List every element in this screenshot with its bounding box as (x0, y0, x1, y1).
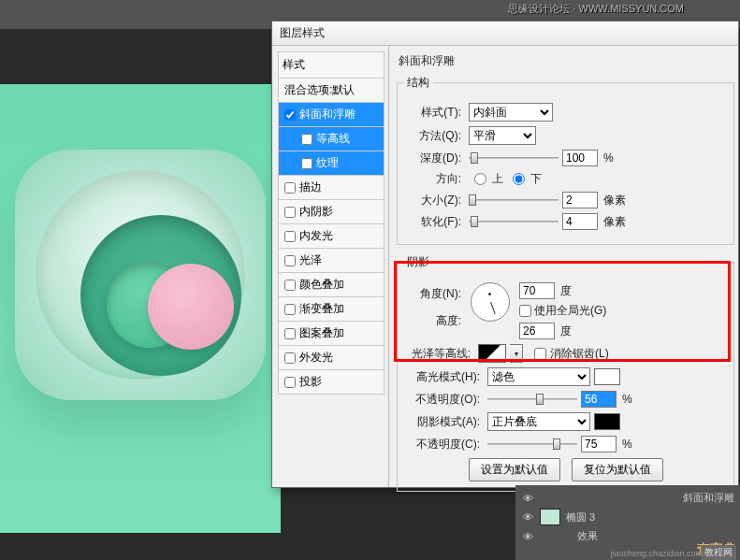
document-canvas (0, 84, 281, 533)
altitude-label: 高度: (436, 313, 461, 329)
shadow-opacity-label: 不透明度(C): (403, 437, 480, 452)
style-blending-options[interactable]: 混合选项:默认 (278, 79, 385, 103)
style-satin[interactable]: 光泽 (278, 249, 385, 273)
highlight-color-swatch[interactable] (594, 368, 620, 385)
style-inner-shadow[interactable]: 内阴影 (278, 200, 385, 224)
style-gradient-overlay[interactable]: 渐变叠加 (278, 297, 385, 322)
technique-label: 方法(Q): (403, 128, 461, 144)
style-inner-glow-checkbox[interactable] (284, 231, 296, 242)
style-pattern-overlay-label: 图案叠加 (299, 325, 344, 341)
direction-label: 方向: (403, 171, 461, 187)
soften-slider[interactable] (469, 214, 559, 229)
layer-effect-bevel-label: 斜面和浮雕 (540, 491, 734, 505)
visibility-eye-icon[interactable]: 👁 (521, 531, 534, 542)
gloss-contour-picker[interactable] (478, 344, 506, 363)
shading-group: 阴影 角度(N): 高度: 度 使用全局光(G) (397, 254, 734, 492)
visibility-eye-icon[interactable]: 👁 (521, 493, 534, 504)
style-texture-checkbox[interactable] (301, 158, 312, 169)
style-select[interactable]: 内斜面 (469, 103, 553, 122)
style-bevel-emboss[interactable]: 斜面和浮雕 (278, 103, 385, 127)
style-drop-shadow-checkbox[interactable] (284, 377, 296, 388)
shadow-mode-select[interactable]: 正片叠底 (487, 412, 590, 431)
style-outer-glow-checkbox[interactable] (284, 352, 296, 364)
direction-down-radio[interactable] (513, 173, 525, 185)
style-stroke-label: 描边 (299, 179, 322, 195)
size-slider[interactable] (469, 193, 559, 208)
visibility-eye-icon[interactable]: 👁 (521, 511, 534, 523)
depth-slider[interactable] (469, 151, 559, 165)
style-color-overlay-label: 颜色叠加 (299, 277, 344, 293)
structure-group: 结构 样式(T): 内斜面 方法(Q): 平滑 深度(D): % 方向: (397, 75, 734, 245)
dialog-title: 图层样式 (272, 22, 738, 46)
style-color-overlay[interactable]: 颜色叠加 (278, 273, 385, 297)
shadow-mode-label: 阴影模式(A): (403, 414, 480, 430)
style-inner-shadow-checkbox[interactable] (284, 207, 296, 218)
global-light-checkbox[interactable] (519, 305, 531, 317)
highlight-mode-label: 高光模式(H): (403, 369, 480, 385)
style-label: 样式(T): (403, 105, 461, 121)
highlight-mode-select[interactable]: 滤色 (487, 367, 590, 386)
depth-input[interactable] (562, 150, 598, 166)
styles-header[interactable]: 样式 (278, 51, 385, 79)
style-texture[interactable]: 纹理 (278, 151, 385, 176)
layers-panel: 👁 斜面和浮雕 👁 椭圆 3 👁 效果 查字典 教程网 jiaocheng.ch… (515, 485, 740, 560)
shadow-opacity-input[interactable] (581, 436, 617, 452)
size-label: 大小(Z): (403, 193, 461, 208)
style-inner-glow[interactable]: 内发光 (278, 224, 385, 249)
gloss-contour-dropdown[interactable]: ▾ (510, 344, 523, 363)
watermark-url: jiaocheng.chazidian.com (610, 549, 703, 558)
style-inner-shadow-label: 内阴影 (299, 204, 333, 220)
make-default-button[interactable]: 设置为默认值 (469, 458, 560, 481)
style-contour-checkbox[interactable] (301, 134, 312, 145)
anti-alias-checkbox[interactable] (534, 348, 546, 360)
direction-up-radio[interactable] (474, 173, 486, 185)
style-stroke[interactable]: 描边 (278, 176, 385, 200)
bevel-panel-title: 斜面和浮雕 (397, 50, 734, 75)
angle-input[interactable] (519, 282, 555, 299)
style-bevel-label: 斜面和浮雕 (299, 107, 355, 122)
global-light-label: 使用全局光(G) (534, 303, 606, 319)
soften-unit: 像素 (603, 214, 626, 230)
shading-legend: 阴影 (403, 254, 433, 270)
style-satin-checkbox[interactable] (284, 255, 296, 266)
gloss-contour-label: 光泽等高线: (403, 346, 471, 362)
style-contour[interactable]: 等高线 (278, 127, 385, 151)
style-drop-shadow[interactable]: 投影 (278, 370, 385, 395)
style-outer-glow-label: 外发光 (299, 350, 333, 366)
style-gradient-overlay-label: 渐变叠加 (299, 301, 344, 317)
highlight-opacity-unit: % (622, 393, 632, 406)
anti-alias-label: 消除锯齿(L) (550, 346, 609, 362)
watermark-top: 思缘设计论坛 · WWW.MISSYUN.COM (508, 2, 684, 16)
icon-inner-ring (80, 215, 241, 376)
style-outer-glow[interactable]: 外发光 (278, 346, 385, 370)
shadow-opacity-slider[interactable] (487, 437, 577, 452)
style-pattern-overlay-checkbox[interactable] (284, 328, 296, 339)
style-drop-shadow-label: 投影 (299, 374, 322, 390)
angle-unit: 度 (560, 283, 572, 299)
layer-effect-bevel[interactable]: 👁 斜面和浮雕 (521, 489, 734, 507)
bevel-panel: 斜面和浮雕 结构 样式(T): 内斜面 方法(Q): 平滑 深度(D): % (389, 46, 738, 487)
technique-select[interactable]: 平滑 (469, 126, 536, 145)
layer-ellipse-3[interactable]: 👁 椭圆 3 (521, 507, 734, 527)
structure-legend: 结构 (403, 75, 433, 91)
altitude-unit: 度 (560, 323, 572, 339)
style-bevel-checkbox[interactable] (284, 109, 296, 121)
angle-dial[interactable] (471, 282, 510, 322)
style-pattern-overlay[interactable]: 图案叠加 (278, 322, 385, 346)
shadow-color-swatch[interactable] (594, 413, 620, 430)
highlight-opacity-slider[interactable] (487, 392, 577, 407)
highlight-opacity-label: 不透明度(O): (403, 392, 480, 408)
style-texture-label: 纹理 (316, 155, 339, 171)
style-stroke-checkbox[interactable] (284, 182, 296, 194)
highlight-opacity-input[interactable] (581, 391, 617, 408)
style-gradient-overlay-checkbox[interactable] (284, 304, 296, 315)
layer-style-dialog: 图层样式 样式 混合选项:默认 斜面和浮雕 等高线 纹理 描边 内阴影 内发光 … (271, 21, 739, 488)
style-list: 样式 混合选项:默认 斜面和浮雕 等高线 纹理 描边 内阴影 内发光 光泽 颜色… (272, 46, 389, 487)
altitude-input[interactable] (519, 323, 555, 339)
reset-default-button[interactable]: 复位为默认值 (572, 458, 663, 481)
style-contour-label: 等高线 (316, 131, 350, 147)
style-blending-label: 混合选项:默认 (284, 82, 355, 98)
soften-input[interactable] (562, 213, 598, 230)
size-input[interactable] (562, 192, 598, 208)
style-color-overlay-checkbox[interactable] (284, 280, 296, 291)
